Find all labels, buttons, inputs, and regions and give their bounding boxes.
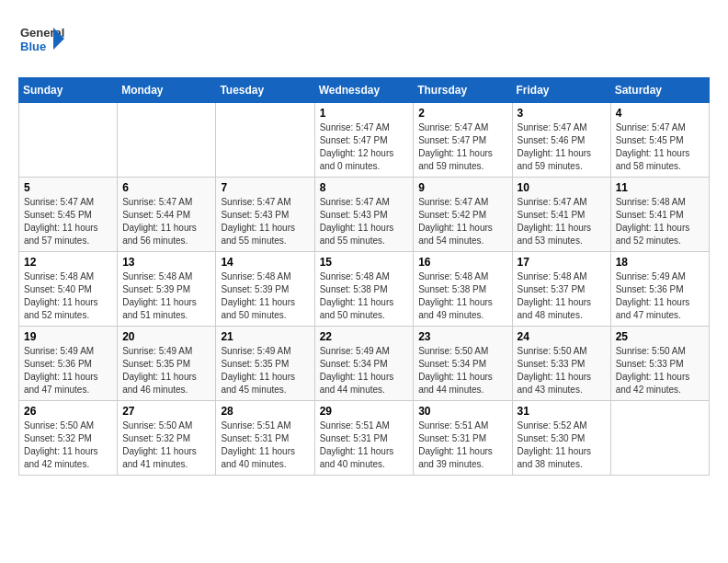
day-info: Sunrise: 5:47 AMSunset: 5:45 PMDaylight:… bbox=[616, 121, 704, 173]
calendar-cell bbox=[118, 103, 216, 178]
calendar-cell: 12 Sunrise: 5:48 AMSunset: 5:40 PMDaylig… bbox=[19, 252, 118, 327]
day-number: 7 bbox=[221, 181, 309, 194]
week-row-4: 19 Sunrise: 5:49 AMSunset: 5:36 PMDaylig… bbox=[19, 327, 710, 401]
day-info: Sunrise: 5:50 AMSunset: 5:33 PMDaylight:… bbox=[518, 345, 606, 396]
day-info: Sunrise: 5:47 AMSunset: 5:46 PMDaylight:… bbox=[518, 121, 606, 173]
calendar-cell bbox=[19, 103, 118, 178]
day-info: Sunrise: 5:47 AMSunset: 5:47 PMDaylight:… bbox=[418, 121, 506, 173]
weekday-header-tuesday: Tuesday bbox=[216, 78, 314, 103]
day-number: 3 bbox=[518, 107, 606, 120]
day-info: Sunrise: 5:48 AMSunset: 5:39 PMDaylight:… bbox=[221, 270, 309, 322]
calendar-cell bbox=[610, 401, 709, 476]
weekday-header-wednesday: Wednesday bbox=[314, 78, 414, 103]
calendar-cell: 28 Sunrise: 5:51 AMSunset: 5:31 PMDaylig… bbox=[216, 401, 314, 476]
week-row-1: 1 Sunrise: 5:47 AMSunset: 5:47 PMDayligh… bbox=[19, 103, 710, 178]
day-number: 25 bbox=[616, 330, 704, 343]
day-info: Sunrise: 5:49 AMSunset: 5:36 PMDaylight:… bbox=[24, 345, 112, 396]
calendar-cell: 11 Sunrise: 5:48 AMSunset: 5:41 PMDaylig… bbox=[610, 178, 709, 252]
calendar-cell: 8 Sunrise: 5:47 AMSunset: 5:43 PMDayligh… bbox=[314, 178, 414, 252]
day-info: Sunrise: 5:47 AMSunset: 5:43 PMDaylight:… bbox=[221, 196, 309, 247]
day-number: 15 bbox=[320, 256, 409, 269]
calendar-cell: 31 Sunrise: 5:52 AMSunset: 5:30 PMDaylig… bbox=[512, 401, 610, 476]
calendar-cell: 20 Sunrise: 5:49 AMSunset: 5:35 PMDaylig… bbox=[118, 327, 216, 401]
calendar-cell: 19 Sunrise: 5:49 AMSunset: 5:36 PMDaylig… bbox=[19, 327, 118, 401]
day-number: 18 bbox=[616, 256, 704, 269]
calendar-cell: 13 Sunrise: 5:48 AMSunset: 5:39 PMDaylig… bbox=[118, 252, 216, 327]
weekday-header-sunday: Sunday bbox=[19, 78, 118, 103]
calendar-cell bbox=[216, 103, 314, 178]
day-number: 5 bbox=[24, 181, 112, 194]
day-number: 26 bbox=[24, 405, 112, 418]
day-info: Sunrise: 5:48 AMSunset: 5:40 PMDaylight:… bbox=[24, 270, 112, 322]
calendar-cell: 1 Sunrise: 5:47 AMSunset: 5:47 PMDayligh… bbox=[314, 103, 414, 178]
calendar-cell: 2 Sunrise: 5:47 AMSunset: 5:47 PMDayligh… bbox=[414, 103, 512, 178]
calendar-cell: 18 Sunrise: 5:49 AMSunset: 5:36 PMDaylig… bbox=[610, 252, 709, 327]
day-info: Sunrise: 5:49 AMSunset: 5:35 PMDaylight:… bbox=[221, 345, 309, 396]
day-number: 24 bbox=[518, 330, 606, 343]
weekday-header-saturday: Saturday bbox=[610, 78, 709, 103]
day-number: 4 bbox=[616, 107, 704, 120]
day-info: Sunrise: 5:50 AMSunset: 5:32 PMDaylight:… bbox=[122, 419, 210, 471]
day-number: 14 bbox=[221, 256, 309, 269]
day-number: 12 bbox=[24, 256, 112, 269]
day-info: Sunrise: 5:48 AMSunset: 5:37 PMDaylight:… bbox=[518, 270, 606, 322]
day-info: Sunrise: 5:49 AMSunset: 5:35 PMDaylight:… bbox=[122, 345, 210, 396]
day-number: 21 bbox=[221, 330, 309, 343]
day-info: Sunrise: 5:50 AMSunset: 5:32 PMDaylight:… bbox=[24, 419, 112, 471]
calendar-cell: 6 Sunrise: 5:47 AMSunset: 5:44 PMDayligh… bbox=[118, 178, 216, 252]
weekday-header-monday: Monday bbox=[118, 78, 216, 103]
day-number: 27 bbox=[122, 405, 210, 418]
calendar-cell: 22 Sunrise: 5:49 AMSunset: 5:34 PMDaylig… bbox=[314, 327, 414, 401]
calendar-cell: 7 Sunrise: 5:47 AMSunset: 5:43 PMDayligh… bbox=[216, 178, 314, 252]
weekday-header-row: SundayMondayTuesdayWednesdayThursdayFrid… bbox=[19, 78, 710, 103]
day-number: 6 bbox=[122, 181, 210, 194]
day-number: 28 bbox=[221, 405, 309, 418]
day-info: Sunrise: 5:49 AMSunset: 5:34 PMDaylight:… bbox=[320, 345, 409, 396]
calendar-cell: 5 Sunrise: 5:47 AMSunset: 5:45 PMDayligh… bbox=[19, 178, 118, 252]
calendar-cell: 10 Sunrise: 5:47 AMSunset: 5:41 PMDaylig… bbox=[512, 178, 610, 252]
calendar-cell: 15 Sunrise: 5:48 AMSunset: 5:38 PMDaylig… bbox=[314, 252, 414, 327]
week-row-2: 5 Sunrise: 5:47 AMSunset: 5:45 PMDayligh… bbox=[19, 178, 710, 252]
day-number: 9 bbox=[418, 181, 506, 194]
logo-icon: General Blue bbox=[18, 18, 64, 64]
day-info: Sunrise: 5:48 AMSunset: 5:38 PMDaylight:… bbox=[418, 270, 506, 322]
calendar-cell: 24 Sunrise: 5:50 AMSunset: 5:33 PMDaylig… bbox=[512, 327, 610, 401]
calendar-cell: 17 Sunrise: 5:48 AMSunset: 5:37 PMDaylig… bbox=[512, 252, 610, 327]
day-number: 20 bbox=[122, 330, 210, 343]
day-info: Sunrise: 5:47 AMSunset: 5:47 PMDaylight:… bbox=[320, 121, 409, 173]
calendar-body: 1 Sunrise: 5:47 AMSunset: 5:47 PMDayligh… bbox=[19, 103, 710, 476]
calendar-cell: 3 Sunrise: 5:47 AMSunset: 5:46 PMDayligh… bbox=[512, 103, 610, 178]
day-number: 30 bbox=[418, 405, 506, 418]
calendar-cell: 29 Sunrise: 5:51 AMSunset: 5:31 PMDaylig… bbox=[314, 401, 414, 476]
day-info: Sunrise: 5:50 AMSunset: 5:33 PMDaylight:… bbox=[616, 345, 704, 396]
day-number: 10 bbox=[518, 181, 606, 194]
calendar-cell: 26 Sunrise: 5:50 AMSunset: 5:32 PMDaylig… bbox=[19, 401, 118, 476]
calendar-table: SundayMondayTuesdayWednesdayThursdayFrid… bbox=[18, 77, 710, 476]
calendar-cell: 9 Sunrise: 5:47 AMSunset: 5:42 PMDayligh… bbox=[414, 178, 512, 252]
logo: General Blue bbox=[18, 18, 64, 68]
weekday-header-thursday: Thursday bbox=[414, 78, 512, 103]
day-info: Sunrise: 5:51 AMSunset: 5:31 PMDaylight:… bbox=[221, 419, 309, 471]
calendar-cell: 30 Sunrise: 5:51 AMSunset: 5:31 PMDaylig… bbox=[414, 401, 512, 476]
day-info: Sunrise: 5:51 AMSunset: 5:31 PMDaylight:… bbox=[418, 419, 506, 471]
day-number: 29 bbox=[320, 405, 409, 418]
day-info: Sunrise: 5:52 AMSunset: 5:30 PMDaylight:… bbox=[518, 419, 606, 471]
day-number: 23 bbox=[418, 330, 506, 343]
day-info: Sunrise: 5:51 AMSunset: 5:31 PMDaylight:… bbox=[320, 419, 409, 471]
day-info: Sunrise: 5:47 AMSunset: 5:43 PMDaylight:… bbox=[320, 196, 409, 247]
weekday-header-friday: Friday bbox=[512, 78, 610, 103]
day-number: 16 bbox=[418, 256, 506, 269]
svg-text:Blue: Blue bbox=[20, 40, 46, 53]
day-info: Sunrise: 5:49 AMSunset: 5:36 PMDaylight:… bbox=[616, 270, 704, 322]
day-number: 19 bbox=[24, 330, 112, 343]
calendar-cell: 21 Sunrise: 5:49 AMSunset: 5:35 PMDaylig… bbox=[216, 327, 314, 401]
day-info: Sunrise: 5:47 AMSunset: 5:41 PMDaylight:… bbox=[518, 196, 606, 247]
calendar-cell: 23 Sunrise: 5:50 AMSunset: 5:34 PMDaylig… bbox=[414, 327, 512, 401]
day-number: 1 bbox=[320, 107, 409, 120]
calendar-cell: 25 Sunrise: 5:50 AMSunset: 5:33 PMDaylig… bbox=[610, 327, 709, 401]
calendar-cell: 4 Sunrise: 5:47 AMSunset: 5:45 PMDayligh… bbox=[610, 103, 709, 178]
calendar-cell: 27 Sunrise: 5:50 AMSunset: 5:32 PMDaylig… bbox=[118, 401, 216, 476]
day-info: Sunrise: 5:47 AMSunset: 5:44 PMDaylight:… bbox=[122, 196, 210, 247]
day-number: 2 bbox=[418, 107, 506, 120]
day-info: Sunrise: 5:48 AMSunset: 5:41 PMDaylight:… bbox=[616, 196, 704, 247]
